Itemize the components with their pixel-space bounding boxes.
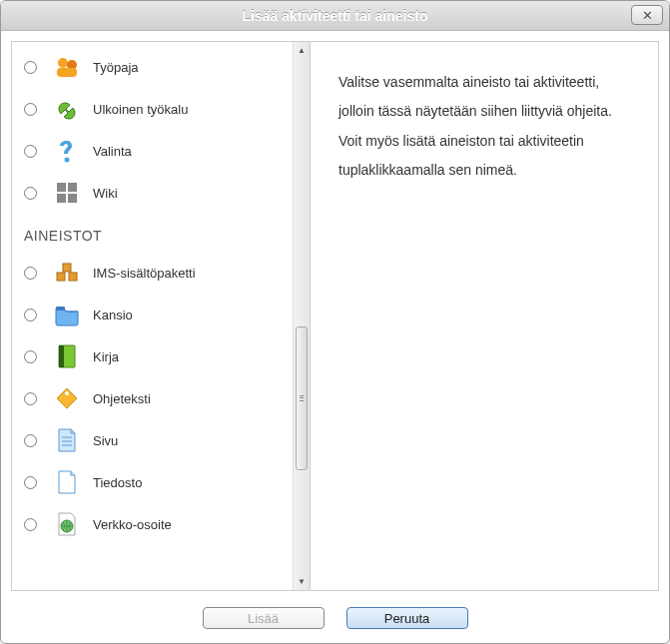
activity-chooser-dialog: Lisää aktiviteetti tai aineisto ✕ Työpaj… bbox=[0, 0, 670, 644]
external-tool-icon bbox=[53, 95, 81, 123]
list-item[interactable]: Kansio bbox=[12, 294, 293, 335]
svg-rect-4 bbox=[57, 183, 66, 192]
help-panel: Valitse vasemmalta aineisto tai aktivite… bbox=[311, 41, 659, 591]
activity-list[interactable]: TyöpajaUlkoinen työkaluValintaWikiAINEIS… bbox=[12, 42, 293, 590]
item-label: Kirja bbox=[93, 349, 119, 364]
list-item[interactable]: Wiki bbox=[12, 172, 293, 214]
list-item[interactable]: Sivu bbox=[12, 419, 293, 461]
scroll-track[interactable] bbox=[294, 59, 310, 573]
item-radio[interactable] bbox=[24, 476, 37, 489]
folder-icon bbox=[53, 301, 81, 328]
item-radio[interactable] bbox=[24, 61, 37, 74]
scroll-down-arrow[interactable]: ▼ bbox=[294, 573, 310, 590]
svg-point-3 bbox=[65, 158, 70, 163]
svg-rect-11 bbox=[56, 307, 65, 311]
item-radio[interactable] bbox=[24, 350, 37, 363]
list-item[interactable]: Ulkoinen työkalu bbox=[12, 88, 293, 130]
list-item[interactable]: IMS-sisältöpaketti bbox=[12, 252, 293, 294]
svg-rect-9 bbox=[69, 273, 77, 281]
item-label: IMS-sisältöpaketti bbox=[93, 266, 196, 281]
item-radio[interactable] bbox=[24, 309, 37, 322]
item-label: Verkko-osoite bbox=[93, 517, 172, 532]
list-item[interactable]: Ohjeteksti bbox=[12, 377, 293, 419]
svg-rect-5 bbox=[68, 183, 77, 192]
item-label: Ohjeteksti bbox=[93, 391, 151, 406]
svg-rect-7 bbox=[68, 194, 77, 203]
item-label: Työpaja bbox=[93, 60, 139, 75]
svg-rect-2 bbox=[57, 68, 77, 77]
item-label: Tiedosto bbox=[93, 475, 142, 490]
list-item[interactable]: Kirja bbox=[12, 335, 293, 377]
add-button[interactable]: Lisää bbox=[203, 607, 325, 629]
resources-heading: AINEISTOT bbox=[12, 214, 293, 252]
item-label: Wiki bbox=[93, 186, 118, 201]
scrollbar: ▲ ▼ bbox=[293, 42, 310, 590]
item-radio[interactable] bbox=[24, 103, 37, 116]
scroll-thumb[interactable] bbox=[296, 326, 308, 470]
choice-icon bbox=[53, 137, 81, 165]
list-item[interactable]: Valinta bbox=[12, 130, 293, 172]
dialog-titlebar: Lisää aktiviteetti tai aineisto ✕ bbox=[1, 1, 669, 31]
ims-icon bbox=[53, 259, 81, 287]
add-button-label: Lisää bbox=[248, 611, 279, 626]
item-radio[interactable] bbox=[24, 145, 37, 158]
item-label: Ulkoinen työkalu bbox=[93, 102, 188, 117]
book-icon bbox=[53, 342, 81, 370]
svg-point-0 bbox=[58, 58, 68, 68]
dialog-title: Lisää aktiviteetti tai aineisto bbox=[243, 8, 428, 24]
close-icon: ✕ bbox=[642, 8, 653, 23]
svg-point-14 bbox=[65, 391, 69, 395]
list-item[interactable]: Verkko-osoite bbox=[12, 503, 293, 545]
item-radio[interactable] bbox=[24, 518, 37, 531]
close-button[interactable]: ✕ bbox=[631, 5, 663, 25]
wiki-icon bbox=[53, 179, 81, 207]
list-item[interactable]: Työpaja bbox=[12, 46, 293, 88]
item-label: Sivu bbox=[93, 433, 118, 448]
dialog-footer: Lisää Peruuta bbox=[1, 601, 669, 643]
svg-rect-6 bbox=[57, 194, 66, 203]
workshop-icon bbox=[53, 53, 81, 81]
item-label: Valinta bbox=[93, 144, 132, 159]
svg-rect-13 bbox=[59, 345, 64, 367]
list-item[interactable]: Tiedosto bbox=[12, 461, 293, 503]
item-radio[interactable] bbox=[24, 187, 37, 200]
scroll-up-arrow[interactable]: ▲ bbox=[294, 42, 310, 59]
cancel-button[interactable]: Peruuta bbox=[346, 607, 468, 629]
item-radio[interactable] bbox=[24, 434, 37, 447]
left-column: TyöpajaUlkoinen työkaluValintaWikiAINEIS… bbox=[11, 41, 311, 591]
label-icon bbox=[53, 384, 81, 412]
item-radio[interactable] bbox=[24, 267, 37, 280]
item-radio[interactable] bbox=[24, 392, 37, 405]
item-label: Kansio bbox=[93, 308, 133, 322]
file-icon bbox=[53, 468, 81, 496]
url-icon bbox=[53, 510, 81, 538]
svg-rect-8 bbox=[57, 273, 65, 281]
cancel-button-label: Peruuta bbox=[384, 611, 430, 626]
svg-rect-10 bbox=[63, 264, 71, 272]
help-text: Valitse vasemmalta aineisto tai aktivite… bbox=[338, 68, 630, 186]
page-icon bbox=[53, 426, 81, 454]
dialog-body: TyöpajaUlkoinen työkaluValintaWikiAINEIS… bbox=[1, 31, 669, 601]
